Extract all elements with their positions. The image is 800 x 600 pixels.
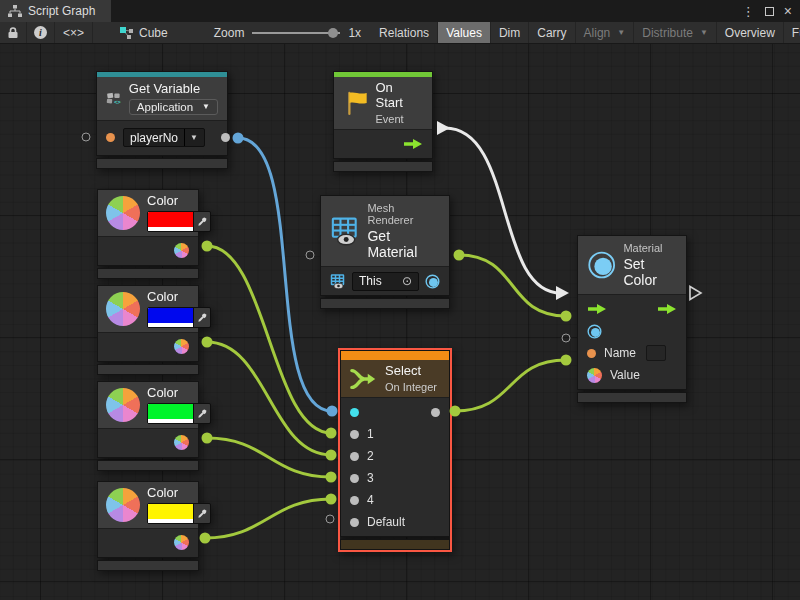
graph-canvas[interactable]: <> Get Variable Application ▼ playerNo ▼ [0, 44, 800, 600]
wire-getmaterial-to-setcolor[interactable] [459, 255, 566, 316]
select-selector-port[interactable] [350, 408, 359, 417]
node-color-4[interactable]: Color [97, 481, 199, 571]
variables-icon: <> [106, 84, 122, 112]
values-button[interactable]: Values [438, 22, 491, 43]
node-title: Color [147, 194, 211, 209]
select-option-port-4[interactable] [350, 496, 359, 505]
flow-output-port[interactable] [657, 303, 677, 315]
select-output-port[interactable] [431, 408, 440, 417]
select-default-port[interactable] [326, 515, 335, 524]
wire-color2-to-select[interactable] [207, 342, 331, 455]
node-subtitle: Event [376, 113, 424, 125]
node-title: Get Material [367, 228, 440, 260]
node-set-color[interactable]: Material Set Color N [577, 235, 687, 403]
value-label: Value [610, 368, 640, 382]
tab-script-graph[interactable]: Script Graph [0, 0, 111, 22]
wire-end-dot [326, 428, 337, 439]
node-color-2[interactable]: Color [97, 285, 199, 375]
lock-icon [7, 26, 19, 39]
node-on-start[interactable]: On Start Event [333, 71, 433, 172]
material-output-port[interactable] [425, 274, 440, 289]
dim-button[interactable]: Dim [491, 22, 529, 43]
node-title: Color [147, 290, 211, 305]
graph-selector[interactable]: Cube [111, 22, 176, 43]
node-context: Mesh Renderer [367, 202, 440, 226]
target-value: This [359, 274, 382, 288]
mesh-renderer-mini-icon[interactable] [330, 274, 346, 289]
zoom-slider-knob[interactable] [328, 28, 338, 38]
zoom-slider[interactable] [252, 32, 340, 34]
get-material-target-port[interactable] [306, 251, 315, 260]
get-variable-fallback-port[interactable] [82, 133, 91, 142]
target-field[interactable]: This ⊙ [352, 272, 419, 291]
color-output-port[interactable] [174, 243, 189, 258]
color-swatch-field[interactable] [147, 211, 211, 232]
name-input-port[interactable] [587, 349, 596, 358]
flow-input-port[interactable] [587, 303, 607, 315]
color-swatch-field[interactable] [147, 403, 211, 424]
relations-button[interactable]: Relations [371, 22, 438, 43]
info-icon: i [34, 26, 47, 39]
variable-output-port[interactable] [221, 133, 230, 142]
select-option-port-2[interactable] [350, 452, 359, 461]
code-toggle-button[interactable]: <×> [55, 22, 93, 43]
set-color-name-port[interactable] [562, 334, 571, 343]
lock-button[interactable] [0, 22, 27, 43]
wire-color1-to-select[interactable] [207, 246, 331, 433]
color-output-port[interactable] [174, 535, 189, 550]
select-option-port-1[interactable] [350, 430, 359, 439]
distribute-button[interactable]: Distribute▼ [634, 22, 717, 43]
eyedropper-icon[interactable] [193, 404, 210, 423]
wire-color4-to-select[interactable] [205, 499, 331, 538]
graph-name-label: Cube [139, 26, 168, 40]
name-input-field[interactable] [646, 345, 666, 361]
option-label: 1 [367, 427, 374, 441]
window-menu-icon[interactable]: ⋮ [742, 5, 755, 18]
object-picker-icon[interactable]: ⊙ [402, 275, 412, 287]
wire-end-dot [326, 450, 337, 461]
wire-end-dot [454, 250, 465, 261]
variable-name-field[interactable]: playerNo ▼ [123, 128, 205, 147]
eyedropper-icon[interactable] [193, 504, 210, 523]
value-input-port[interactable] [587, 368, 602, 383]
overview-button[interactable]: Overview [717, 22, 784, 43]
carry-button[interactable]: Carry [529, 22, 575, 43]
wire-end-dot [326, 472, 337, 483]
caret-down-icon: ▼ [700, 28, 708, 37]
select-default-port-inner[interactable] [350, 518, 359, 527]
color-swatch-field[interactable] [147, 307, 211, 328]
align-button[interactable]: Align▼ [576, 22, 635, 43]
select-icon [350, 367, 378, 391]
full-screen-button[interactable]: Full Screen [784, 22, 800, 43]
mesh-renderer-icon [330, 215, 360, 247]
variable-scope-dropdown[interactable]: Application ▼ [129, 99, 218, 115]
node-color-3[interactable]: Color [97, 381, 199, 471]
select-option-port-3[interactable] [350, 474, 359, 483]
material-input-port[interactable] [587, 324, 602, 339]
eyedropper-icon[interactable] [193, 212, 210, 231]
node-get-material[interactable]: Mesh Renderer Get Material [320, 195, 450, 309]
eyedropper-icon[interactable] [193, 308, 210, 327]
wire-onstart-to-setcolor[interactable] [445, 128, 561, 293]
option-label: 3 [367, 471, 374, 485]
wire-playerno-to-select[interactable] [238, 138, 332, 411]
wire-end-dot [561, 311, 572, 322]
wire-end-dot [233, 133, 244, 144]
zoom-value: 1x [348, 26, 361, 40]
setcolor-flow-out-arrow[interactable] [690, 287, 701, 300]
node-color-1[interactable]: Color [97, 189, 199, 279]
wire-color3-to-select[interactable] [207, 438, 331, 477]
color-swatch-field[interactable] [147, 503, 211, 524]
color-output-port[interactable] [174, 339, 189, 354]
code-toggle-label: <×> [63, 26, 84, 40]
color-output-port[interactable] [174, 435, 189, 450]
node-select[interactable]: Select On Integer 1 2 3 4 Default [340, 350, 450, 550]
wire-select-to-value[interactable] [455, 360, 566, 411]
node-get-variable[interactable]: <> Get Variable Application ▼ playerNo ▼ [96, 71, 228, 169]
variable-name-port[interactable] [106, 133, 115, 142]
option-label: 2 [367, 449, 374, 463]
maximize-icon[interactable] [765, 7, 774, 16]
inspect-button[interactable]: i [27, 22, 55, 43]
close-icon[interactable]: × [784, 4, 792, 18]
flow-output-port[interactable] [403, 138, 423, 150]
